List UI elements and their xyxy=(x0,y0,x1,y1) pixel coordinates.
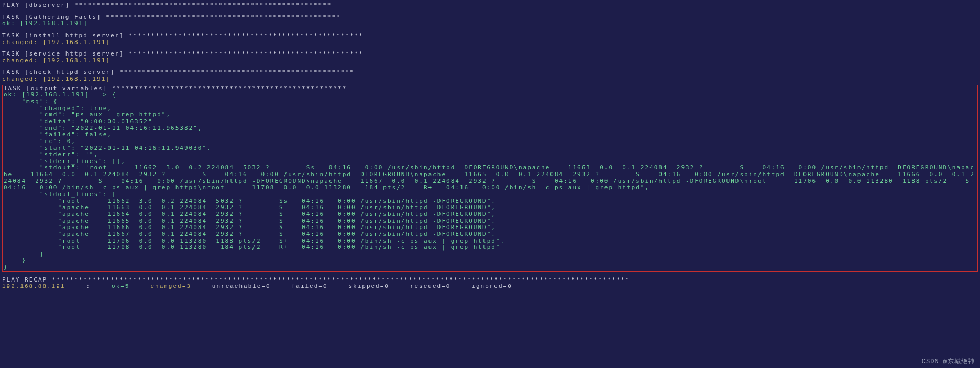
play-label: PLAY [dbserver] xyxy=(2,2,70,8)
stdout-lines-close: ] xyxy=(4,251,976,258)
kv-failed: "failed": false, xyxy=(4,132,976,138)
output-variables-block: TASK [output variables] ****************… xyxy=(2,85,978,272)
kv-rc: "rc": 0, xyxy=(4,138,976,145)
ok-line: ok: [192.168.1.191] => { xyxy=(4,92,976,99)
task-install-header: TASK [install httpd server] ************… xyxy=(2,33,978,39)
kv-delta: "delta": "0:00:00.016352" xyxy=(4,118,976,125)
task-gather-result: ok: [192.168.1.191] xyxy=(2,20,978,27)
recap-ok: ok=5 xyxy=(112,283,129,290)
stdout-line: "apache 11664 0.0 0.1 224084 2932 ? S 04… xyxy=(4,211,976,218)
kv-start: "start": "2022-01-11 04:16:11.949030", xyxy=(4,145,976,152)
terminal-output: PLAY [dbserver] ************************… xyxy=(0,0,980,300)
task-install-result: changed: [192.168.1.191] xyxy=(2,39,978,46)
asterisks: ****************************************… xyxy=(74,2,332,8)
task-output-header: TASK [output variables] ****************… xyxy=(4,85,976,92)
recap-unreachable: unreachable=0 xyxy=(212,283,271,290)
task-gather-header: TASK [Gathering Facts] *****************… xyxy=(2,14,978,21)
recap-ignored: ignored=0 xyxy=(471,283,512,290)
task-check-result: changed: [192.168.1.191] xyxy=(2,76,978,83)
msg-close: } xyxy=(4,257,976,264)
task-service-result: changed: [192.168.1.191] xyxy=(2,58,978,64)
kv-stderr: "stderr": "", xyxy=(4,151,976,158)
play-recap-line: 192.168.88.191 : ok=5 changed=3 unreacha… xyxy=(2,283,978,290)
recap-changed: changed=3 xyxy=(150,283,191,290)
stdout-line: "apache 11666 0.0 0.1 224084 2932 ? S 04… xyxy=(4,224,976,231)
recap-host: 192.168.88.191 xyxy=(2,283,65,290)
recap-failed: failed=0 xyxy=(292,283,328,290)
play-header: PLAY [dbserver] ************************… xyxy=(2,2,978,9)
task-check-header: TASK [check httpd server] **************… xyxy=(2,69,978,76)
recap-colon: : xyxy=(86,283,91,290)
stdout-line: "apache 11667 0.0 0.1 224084 2932 ? S 04… xyxy=(4,231,976,238)
task-service-header: TASK [service httpd server] ************… xyxy=(2,51,978,58)
msg-key: "msg": { xyxy=(4,99,976,105)
kv-stdout-lines: "stdout_lines": [ xyxy=(4,191,976,198)
recap-rescued: rescued=0 xyxy=(410,283,450,290)
root-close: } xyxy=(4,264,976,271)
recap-skipped: skipped=0 xyxy=(349,283,389,290)
stdout-line: "root 11708 0.0 0.0 113280 184 pts/2 R+ … xyxy=(4,244,976,251)
play-recap-header: PLAY RECAP *****************************… xyxy=(2,277,978,284)
kv-end: "end": "2022-01-11 04:16:11.965382", xyxy=(4,125,976,132)
kv-stdout: "stdout": "root 11662 3.0 0.2 224084 503… xyxy=(4,165,976,191)
